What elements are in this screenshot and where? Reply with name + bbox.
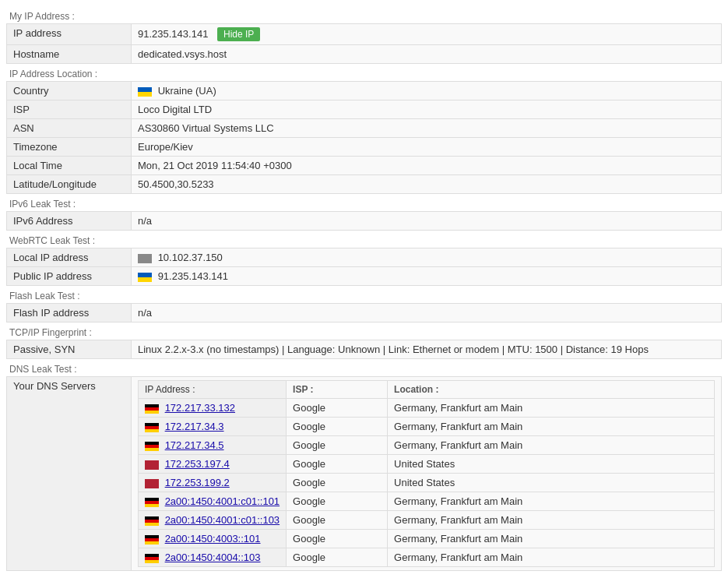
local-ip-label: Local IP address (7, 248, 132, 267)
list-item: 2a00:1450:4004::103 Google Germany, Fran… (139, 548, 715, 567)
ipv6-address-label: IPv6 Address (7, 212, 132, 231)
tcpip-section-label: TCP/IP Fingerprint : (6, 322, 722, 340)
list-item: 2a00:1450:4003::101 Google Germany, Fran… (139, 530, 715, 548)
dns-ip-link[interactable]: 172.217.34.5 (165, 439, 224, 451)
ip-location-section-label: IP Address Location : (6, 64, 722, 81)
dns-entry-ip: 172.217.34.3 (139, 418, 287, 436)
table-row: IP address 91.235.143.141 Hide IP (7, 24, 722, 45)
my-ip-table: IP address 91.235.143.141 Hide IP Hostna… (6, 23, 722, 64)
table-row: Hostname dedicated.vsys.host (7, 45, 722, 64)
country-label: Country (7, 82, 132, 100)
dns-location-header: Location : (388, 381, 715, 399)
dns-table: Your DNS Servers IP Address : ISP : Loca… (6, 376, 722, 571)
ip-address-text: 91.235.143.141 (138, 28, 208, 40)
flash-ip-value: n/a (132, 304, 722, 322)
dns-header-row: IP Address : ISP : Location : (139, 381, 715, 399)
dns-entry-location: Germany, Frankfurt am Main (388, 436, 715, 455)
dns-entry-location: Germany, Frankfurt am Main (388, 530, 715, 548)
germany-flag-icon (145, 442, 159, 451)
public-ip-label: Public IP address (7, 267, 132, 286)
dns-entry-location: United States (388, 455, 715, 474)
germany-flag-icon (145, 516, 159, 526)
dns-ip-link[interactable]: 172.253.197.4 (165, 458, 230, 470)
asn-value: AS30860 Virtual Systems LLC (132, 119, 722, 138)
list-item: 172.217.34.5 Google Germany, Frankfurt a… (139, 436, 715, 455)
dns-entry-ip: 172.217.33.132 (139, 399, 287, 418)
dns-entry-location: Germany, Frankfurt am Main (388, 492, 715, 511)
ukraine-flag-icon (138, 87, 152, 97)
passive-syn-value: Linux 2.2.x-3.x (no timestamps) | Langua… (132, 340, 722, 359)
isp-label: ISP (7, 100, 132, 119)
dns-entry-isp: Google (287, 548, 388, 567)
dns-entry-isp: Google (287, 511, 388, 530)
latlng-label: Latitude/Longitude (7, 175, 132, 194)
dns-entry-ip: 172.253.199.2 (139, 474, 287, 492)
list-item: 172.217.34.3 Google Germany, Frankfurt a… (139, 418, 715, 436)
list-item: 2a00:1450:4001:c01::101 Google Germany, … (139, 492, 715, 511)
germany-flag-icon (145, 535, 159, 545)
dns-entry-ip: 172.253.197.4 (139, 455, 287, 474)
dns-entry-location: Germany, Frankfurt am Main (388, 399, 715, 418)
hostname-value: dedicated.vsys.host (132, 45, 722, 64)
list-item: 172.253.199.2 Google United States (139, 474, 715, 492)
dns-entry-isp: Google (287, 399, 388, 418)
dns-entry-ip: 2a00:1450:4003::101 (139, 530, 287, 548)
dns-entry-location: United States (388, 474, 715, 492)
dns-ip-link[interactable]: 172.253.199.2 (165, 477, 230, 488)
isp-value: Loco Digital LTD (132, 100, 722, 119)
dns-entry-isp: Google (287, 474, 388, 492)
dns-entry-isp: Google (287, 492, 388, 511)
ip-address-value: 91.235.143.141 Hide IP (132, 24, 722, 45)
table-row: Local IP address 10.102.37.150 (7, 248, 722, 267)
country-text: Ukraine (UA) (158, 85, 216, 97)
country-value: Ukraine (UA) (132, 82, 722, 100)
table-row: Country Ukraine (UA) (7, 82, 722, 100)
list-item: 2a00:1450:4001:c01::103 Google Germany, … (139, 511, 715, 530)
table-row: Public IP address 91.235.143.141 (7, 267, 722, 286)
list-item: 172.217.33.132 Google Germany, Frankfurt… (139, 399, 715, 418)
tcpip-table: Passive, SYN Linux 2.2.x-3.x (no timesta… (6, 340, 722, 359)
my-ip-section-label: My IP Address : (6, 6, 722, 23)
dns-ip-link[interactable]: 2a00:1450:4001:c01::103 (165, 514, 280, 526)
dns-entry-ip: 2a00:1450:4001:c01::101 (139, 492, 287, 511)
table-row: Local Time Mon, 21 Oct 2019 11:54:40 +03… (7, 157, 722, 175)
timezone-value: Europe/Kiev (132, 138, 722, 157)
main-container: My IP Address : IP address 91.235.143.14… (0, 0, 728, 577)
list-item: 172.253.197.4 Google United States (139, 455, 715, 474)
table-row: Latitude/Longitude 50.4500,30.5233 (7, 175, 722, 194)
dns-entry-ip: 2a00:1450:4001:c01::103 (139, 511, 287, 530)
local-ip-text: 10.102.37.150 (158, 252, 223, 263)
table-row: Your DNS Servers IP Address : ISP : Loca… (7, 377, 722, 571)
ipv6-address-value: n/a (132, 212, 722, 231)
dns-entry-location: Germany, Frankfurt am Main (388, 511, 715, 530)
dns-ip-link[interactable]: 172.217.33.132 (165, 402, 235, 414)
dns-entry-location: Germany, Frankfurt am Main (388, 548, 715, 567)
public-ip-value: 91.235.143.141 (132, 267, 722, 286)
dns-ip-link[interactable]: 172.217.34.3 (165, 421, 224, 432)
hide-ip-button[interactable]: Hide IP (217, 27, 260, 41)
flash-table: Flash IP address n/a (6, 303, 722, 322)
usa-flag-icon (145, 479, 159, 488)
dns-ip-link[interactable]: 2a00:1450:4003::101 (165, 533, 261, 545)
passive-syn-label: Passive, SYN (7, 340, 132, 359)
localtime-value: Mon, 21 Oct 2019 11:54:40 +0300 (132, 157, 722, 175)
dns-entry-ip: 172.217.34.5 (139, 436, 287, 455)
dns-ip-link[interactable]: 2a00:1450:4004::103 (165, 552, 261, 563)
dns-entry-isp: Google (287, 530, 388, 548)
dns-ip-link[interactable]: 2a00:1450:4001:c01::101 (165, 495, 280, 507)
public-ip-text: 91.235.143.141 (158, 270, 228, 282)
germany-flag-icon (145, 554, 159, 563)
dns-entry-isp: Google (287, 436, 388, 455)
table-row: ASN AS30860 Virtual Systems LLC (7, 119, 722, 138)
network-icon (138, 254, 152, 263)
ip-address-label: IP address (7, 24, 132, 45)
germany-flag-icon (145, 404, 159, 414)
hostname-label: Hostname (7, 45, 132, 64)
table-row: Passive, SYN Linux 2.2.x-3.x (no timesta… (7, 340, 722, 359)
timezone-label: Timezone (7, 138, 132, 157)
dns-entry-isp: Google (287, 418, 388, 436)
ipv6-table: IPv6 Address n/a (6, 211, 722, 231)
germany-flag-icon (145, 498, 159, 507)
table-row: IPv6 Address n/a (7, 212, 722, 231)
dns-isp-header: ISP : (287, 381, 388, 399)
